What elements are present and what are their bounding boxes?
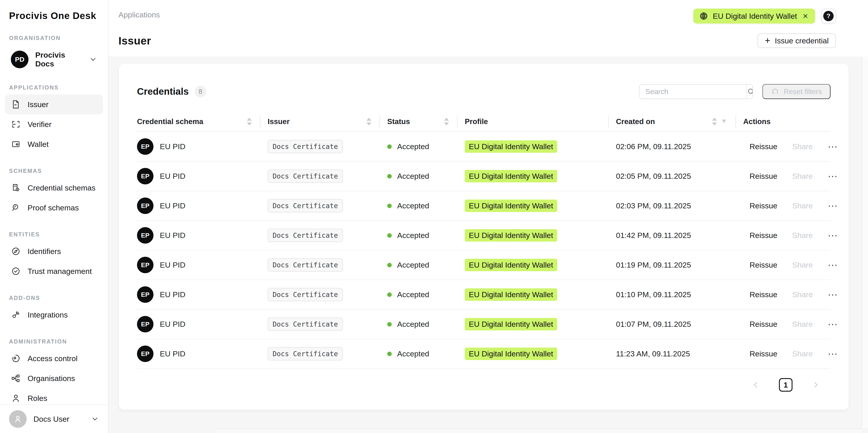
sidebar-item-issuer[interactable]: Issuer	[5, 94, 103, 114]
issuer-badge: Docs Certificate	[268, 199, 343, 212]
sort-icon[interactable]	[247, 118, 252, 125]
share-button[interactable]: Share	[792, 231, 813, 240]
sidebar-item-wallet[interactable]: Wallet	[5, 134, 103, 154]
credential-schema-cell: EP EU PID	[137, 168, 268, 184]
sidebar-item-organisations[interactable]: Organisations	[5, 368, 103, 388]
org-switcher[interactable]: PD Procivis Docs	[5, 48, 103, 71]
search-icon[interactable]	[746, 85, 753, 98]
more-actions-button[interactable]: ⋯	[828, 293, 838, 297]
more-actions-button[interactable]: ⋯	[828, 322, 838, 326]
reset-filters-label: Reset filters	[784, 88, 822, 96]
sidebar-item-verifier[interactable]: Verifier	[5, 114, 103, 134]
chevron-down-icon	[89, 55, 97, 63]
more-actions-button[interactable]: ⋯	[828, 234, 838, 238]
table-body: EP EU PID Docs Certificate Accepted	[137, 132, 831, 369]
created-on-cell: 01:19 PM, 09.11.2025	[616, 260, 743, 269]
plus-icon: +	[765, 36, 770, 45]
vertical-scrollbar[interactable]	[862, 57, 868, 429]
profile-cell: EU Digital Identity Wallet	[465, 347, 616, 360]
profile-cell: EU Digital Identity Wallet	[465, 288, 616, 301]
table-header-row: Credential schema Issuer Status Pro	[137, 112, 831, 132]
chevron-right-icon[interactable]	[811, 380, 820, 390]
sidebar-item-credential-schemas[interactable]: Credential schemas	[5, 178, 103, 198]
share-button[interactable]: Share	[792, 320, 813, 329]
share-button[interactable]: Share	[792, 202, 813, 210]
status-dot-icon	[387, 145, 392, 149]
status-label: Accepted	[397, 320, 429, 329]
status-cell: Accepted	[387, 290, 465, 299]
share-button[interactable]: Share	[792, 260, 813, 269]
more-actions-button[interactable]: ⋯	[828, 352, 838, 356]
more-actions-button[interactable]: ⋯	[828, 174, 838, 178]
sidebar-item-label: Identifiers	[28, 247, 61, 256]
chevron-left-icon[interactable]	[751, 380, 761, 390]
filter-icon[interactable]	[721, 118, 727, 125]
profile-cell: EU Digital Identity Wallet	[465, 259, 616, 271]
close-icon[interactable]	[802, 12, 809, 20]
schema-name: EU PID	[160, 231, 185, 240]
more-actions-button[interactable]: ⋯	[828, 263, 838, 267]
sidebar-item-roles[interactable]: Roles	[5, 388, 103, 404]
credentials-card: Credentials 8 Reset filters	[119, 64, 848, 410]
issue-credential-button[interactable]: + Issue credential	[757, 33, 836, 48]
schema-avatar: EP	[137, 345, 153, 362]
actions-cell: Reissue Share ⋯	[743, 202, 838, 210]
issuer-cell: Docs Certificate	[268, 288, 387, 301]
sort-icon[interactable]	[366, 118, 371, 125]
reissue-button[interactable]: Reissue	[749, 202, 777, 210]
status-cell: Accepted	[387, 231, 465, 240]
table-row[interactable]: EP EU PID Docs Certificate Accepted	[137, 339, 831, 369]
actions-cell: Reissue Share ⋯	[743, 349, 838, 358]
table-row[interactable]: EP EU PID Docs Certificate Accepted	[137, 191, 831, 221]
status-cell: Accepted	[387, 320, 465, 329]
table-row[interactable]: EP EU PID Docs Certificate Accepted	[137, 310, 831, 339]
sidebar-item-access-control[interactable]: Access control	[5, 348, 103, 368]
share-button[interactable]: Share	[792, 290, 813, 299]
created-on-cell: 02:05 PM, 09.11.2025	[616, 172, 743, 181]
status-label: Accepted	[397, 231, 429, 240]
horizontal-scrollbar[interactable]	[217, 429, 862, 433]
credential-schema-cell: EP EU PID	[137, 257, 268, 273]
search-input[interactable]	[640, 85, 746, 98]
sort-icon[interactable]	[712, 118, 717, 125]
sidebar-item-label: Roles	[28, 394, 47, 403]
reissue-button[interactable]: Reissue	[749, 260, 777, 269]
table-row[interactable]: EP EU PID Docs Certificate Accepted	[137, 250, 831, 280]
sidebar-item-proof-schemas[interactable]: Proof schemas	[5, 198, 103, 218]
reissue-button[interactable]: Reissue	[749, 320, 777, 329]
sidebar-item-trust-management[interactable]: Trust management	[5, 261, 103, 281]
reissue-button[interactable]: Reissue	[749, 290, 777, 299]
scan-icon	[11, 119, 21, 129]
reset-filters-button[interactable]: Reset filters	[763, 84, 831, 99]
sort-icon[interactable]	[444, 118, 449, 125]
profile-filter-tag[interactable]: EU Digital Identity Wallet	[693, 8, 815, 24]
issuer-badge: Docs Certificate	[268, 347, 343, 361]
more-actions-button[interactable]: ⋯	[828, 145, 838, 149]
profile-badge: EU Digital Identity Wallet	[465, 229, 557, 242]
share-button[interactable]: Share	[792, 349, 813, 358]
more-actions-button[interactable]: ⋯	[828, 204, 838, 208]
reissue-button[interactable]: Reissue	[749, 142, 777, 151]
table-row[interactable]: EP EU PID Docs Certificate Accepted	[137, 221, 831, 250]
share-button[interactable]: Share	[792, 142, 813, 151]
table-row[interactable]: EP EU PID Docs Certificate Accepted	[137, 162, 831, 191]
page-number[interactable]: 1	[779, 378, 793, 392]
table-row[interactable]: EP EU PID Docs Certificate Accepted	[137, 132, 831, 162]
reissue-button[interactable]: Reissue	[749, 172, 777, 181]
reissue-button[interactable]: Reissue	[749, 231, 777, 240]
created-on-cell: 01:07 PM, 09.11.2025	[616, 320, 743, 329]
table-row[interactable]: EP EU PID Docs Certificate Accepted	[137, 280, 831, 310]
help-button[interactable]: ?	[821, 8, 836, 24]
schema-avatar: EP	[137, 286, 153, 303]
issuer-badge: Docs Certificate	[268, 140, 343, 153]
sidebar-item-label: Proof schemas	[28, 204, 79, 212]
plug-icon	[11, 310, 21, 320]
share-button[interactable]: Share	[792, 172, 813, 181]
sidebar-item-identifiers[interactable]: Identifiers	[5, 241, 103, 261]
sidebar-item-integrations[interactable]: Integrations	[5, 305, 103, 325]
column-label: Issuer	[268, 117, 289, 126]
reissue-button[interactable]: Reissue	[749, 349, 777, 358]
user-menu[interactable]: Docs User	[0, 404, 108, 433]
profile-cell: EU Digital Identity Wallet	[465, 170, 616, 182]
section-administration: ADMINISTRATION Access control Organisati…	[5, 338, 103, 404]
